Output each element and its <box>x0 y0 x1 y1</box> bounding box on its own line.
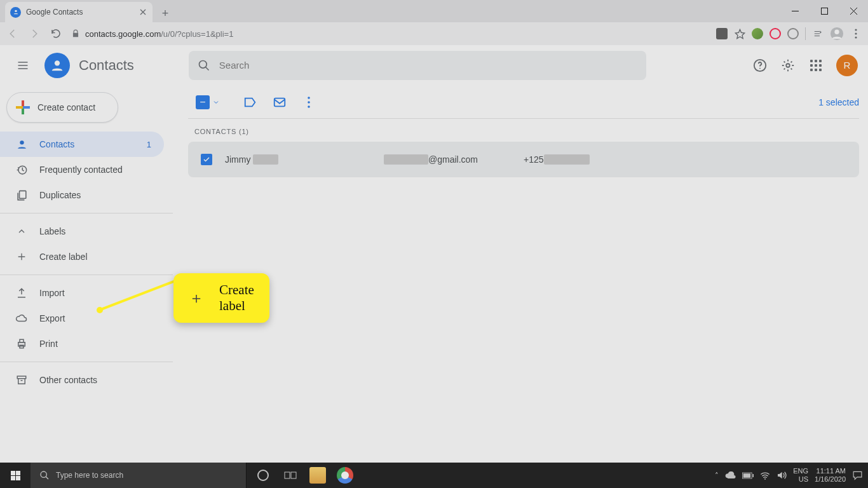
row-checkbox[interactable] <box>201 154 212 165</box>
svg-rect-19 <box>275 98 285 106</box>
svg-rect-26 <box>291 472 296 478</box>
settings-gear-icon[interactable] <box>780 58 796 73</box>
select-all-toggle[interactable]: − <box>196 95 220 109</box>
window-close-icon[interactable] <box>839 0 868 22</box>
chrome-menu-icon[interactable] <box>850 25 862 43</box>
selection-toolbar: − 1 selected <box>188 86 859 119</box>
sidebar-item-duplicates[interactable]: Duplicates <box>0 182 164 208</box>
sidebar-item-label: Contacts <box>39 139 74 149</box>
bookmark-star-icon[interactable] <box>734 28 745 39</box>
svg-rect-1 <box>821 8 827 15</box>
file-explorer-icon[interactable] <box>305 463 330 488</box>
contacts-app: Contacts R Create contact Contacts 1 <box>0 45 868 463</box>
svg-point-24 <box>258 470 268 480</box>
contact-email: @gmail.com <box>384 154 511 165</box>
send-email-icon[interactable] <box>268 91 291 114</box>
sidebar-item-import[interactable]: Import <box>0 280 164 306</box>
cloud-download-icon <box>15 312 28 325</box>
extension-icons <box>716 25 864 43</box>
windows-taskbar: Type here to search ˄ ENGUS 11:11 AM1/16… <box>0 463 868 488</box>
sidebar-item-print[interactable]: Print <box>0 331 164 356</box>
search-input[interactable] <box>219 60 637 71</box>
search-box[interactable] <box>189 51 646 80</box>
help-icon[interactable] <box>752 58 768 73</box>
sidebar-item-label: Other contacts <box>39 375 97 385</box>
nav-back-icon[interactable] <box>4 25 22 43</box>
sidebar-item-count: 1 <box>147 140 151 149</box>
svg-point-30 <box>764 478 766 479</box>
redacted-text <box>253 154 278 165</box>
address-bar: contacts.google.com/u/0/?cplus=1&pli=1 <box>0 22 868 45</box>
onedrive-icon[interactable] <box>725 471 736 479</box>
cortana-icon[interactable] <box>250 463 276 488</box>
window-minimize-icon[interactable] <box>780 0 810 22</box>
sidebar-labels-header[interactable]: Labels <box>0 219 164 244</box>
system-tray: ˄ ENGUS 11:11 AM1/16/2020 <box>715 467 868 484</box>
tab-favicon <box>10 7 21 18</box>
google-apps-icon[interactable] <box>808 58 824 73</box>
archive-icon <box>15 374 28 386</box>
svg-point-0 <box>15 10 17 12</box>
profile-avatar-icon[interactable] <box>830 25 844 43</box>
tray-clock[interactable]: 11:11 AM1/16/2020 <box>815 467 846 484</box>
svg-rect-16 <box>20 339 24 342</box>
contact-phone: +125 <box>524 154 590 165</box>
start-button[interactable] <box>0 463 31 488</box>
svg-point-23 <box>41 471 46 477</box>
svg-rect-28 <box>753 474 754 477</box>
contact-name: Jimmy <box>225 154 371 165</box>
duplicate-icon <box>15 189 28 201</box>
sidebar-item-contacts[interactable]: Contacts 1 <box>0 132 164 157</box>
extension-opera-icon[interactable] <box>770 28 781 39</box>
nav-forward-icon[interactable] <box>25 25 43 43</box>
taskbar-search[interactable]: Type here to search <box>31 463 247 488</box>
account-avatar[interactable]: R <box>836 55 858 76</box>
svg-point-6 <box>855 36 857 38</box>
sidebar-item-export[interactable]: Export <box>0 306 164 331</box>
window-maximize-icon[interactable] <box>810 0 839 22</box>
svg-point-11 <box>786 64 790 67</box>
task-view-icon[interactable] <box>278 463 303 488</box>
person-icon <box>15 138 28 151</box>
sidebar-item-label: Print <box>39 339 58 349</box>
tray-language[interactable]: ENGUS <box>793 467 808 484</box>
tray-chevron-icon[interactable]: ˄ <box>715 471 719 480</box>
print-icon <box>15 337 28 350</box>
sidebar: Create contact Contacts 1 Frequently con… <box>0 86 173 463</box>
create-contact-button[interactable]: Create contact <box>6 92 118 123</box>
divider <box>0 362 173 362</box>
main-menu-icon[interactable] <box>10 53 36 78</box>
action-center-icon[interactable] <box>852 470 863 480</box>
sidebar-item-other-contacts[interactable]: Other contacts <box>0 367 164 393</box>
browser-tab[interactable]: Google Contacts <box>5 2 153 22</box>
new-tab-button[interactable]: + <box>156 4 174 22</box>
svg-rect-18 <box>17 376 26 379</box>
wifi-icon[interactable] <box>760 471 770 480</box>
url-field[interactable]: contacts.google.com/u/0/?cplus=1&pli=1 <box>69 29 712 39</box>
sidebar-item-frequent[interactable]: Frequently contacted <box>0 157 164 182</box>
extension-icon[interactable] <box>787 28 799 39</box>
contact-name-text: Jimmy <box>225 154 250 165</box>
redacted-text <box>544 154 590 165</box>
tab-close-icon[interactable] <box>139 8 147 17</box>
svg-point-22 <box>308 105 310 108</box>
nav-reload-icon[interactable] <box>47 25 65 43</box>
svg-point-10 <box>759 67 761 69</box>
more-actions-icon[interactable] <box>297 91 320 114</box>
manage-labels-icon[interactable] <box>239 91 262 114</box>
sidebar-item-label: Duplicates <box>39 190 81 200</box>
window-controls <box>780 0 868 22</box>
svg-point-20 <box>308 97 310 99</box>
volume-icon[interactable] <box>776 471 787 480</box>
separator <box>805 27 806 40</box>
extension-icon[interactable] <box>716 28 728 39</box>
sidebar-create-label[interactable]: Create label <box>0 244 164 269</box>
extension-icon[interactable] <box>752 28 763 39</box>
battery-icon[interactable] <box>742 472 754 479</box>
chrome-app-icon[interactable] <box>332 463 358 488</box>
media-control-icon[interactable] <box>812 25 824 43</box>
contact-row[interactable]: Jimmy @gmail.com +125 <box>188 142 859 177</box>
product-title: Contacts <box>79 57 134 74</box>
svg-rect-29 <box>743 473 750 478</box>
sidebar-item-label: Export <box>39 313 65 323</box>
